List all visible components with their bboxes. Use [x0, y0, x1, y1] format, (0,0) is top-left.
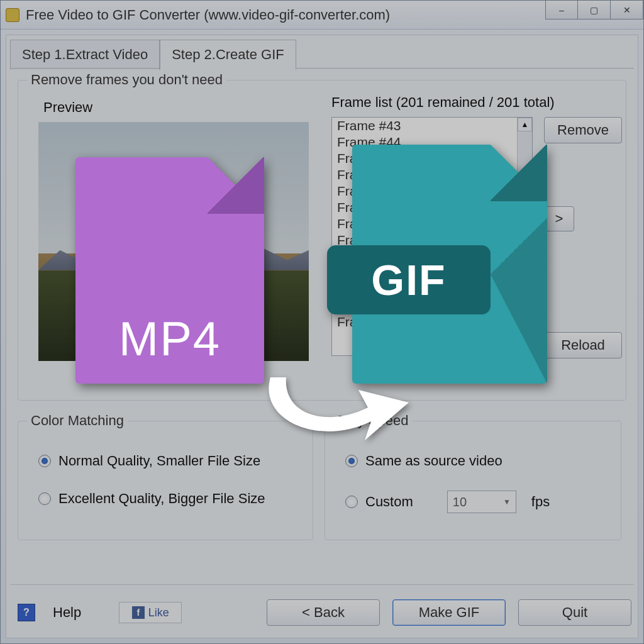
remove-button[interactable]: Remove — [544, 117, 622, 143]
help-icon[interactable]: ? — [18, 604, 35, 621]
group-color-legend: Color Matching — [27, 413, 128, 429]
quit-button[interactable]: Quit — [518, 599, 631, 626]
frame-list-item[interactable]: Frame #47 — [332, 183, 532, 199]
group-color-matching: Color Matching Normal Quality, Smaller F… — [18, 421, 313, 540]
tab-step2[interactable]: Step 2.Create GIF — [160, 40, 296, 70]
frame-list-item[interactable]: Frame #50 — [332, 232, 532, 248]
radio-same-as-source[interactable]: Same as source video — [345, 453, 502, 469]
radio-icon — [38, 492, 51, 505]
facebook-like-button[interactable]: f Like — [119, 602, 182, 623]
frame-list-item[interactable]: Frame #52 — [332, 265, 532, 281]
group-speed-legend: Play Speed — [334, 413, 413, 429]
frame-list-item[interactable]: Frame #46 — [332, 167, 532, 183]
tab-page-step2: Remove frames you don't need Preview Fra… — [10, 68, 634, 581]
frame-list-item[interactable]: Frame #43 — [332, 118, 532, 134]
group-play-speed: Play Speed Same as source video Custom 1… — [325, 421, 621, 540]
frame-list-item[interactable]: Frame #44 — [332, 134, 532, 150]
radio-icon — [345, 496, 358, 508]
frame-list[interactable]: Frame #43Frame #44Frame #45Frame #46Fram… — [331, 117, 533, 356]
framelist-label: Frame list (201 remained / 201 total) — [331, 94, 555, 111]
app-icon — [6, 8, 19, 22]
help-link[interactable]: Help — [53, 604, 81, 621]
next-frame-button[interactable]: > — [544, 206, 574, 231]
scroll-down-icon[interactable]: ▼ — [518, 341, 532, 355]
frame-list-item[interactable]: Frame #53 — [332, 281, 532, 297]
fps-value: 10 — [453, 495, 467, 509]
frame-list-item[interactable]: Frame #55 — [332, 314, 532, 330]
scroll-up-icon[interactable]: ▲ — [518, 118, 532, 131]
radio-icon — [38, 455, 51, 467]
frame-list-item[interactable]: Frame #48 — [332, 199, 532, 216]
frame-list-scrollbar[interactable]: ▲ ▼ — [517, 118, 532, 355]
reload-button[interactable]: Reload — [544, 332, 622, 358]
close-button[interactable]: ✕ — [611, 1, 643, 19]
separator — [10, 584, 634, 585]
make-gif-button[interactable]: Make GIF — [392, 599, 506, 626]
like-label: Like — [148, 606, 169, 619]
frame-list-item[interactable]: Frame #49 — [332, 216, 532, 232]
fps-combo[interactable]: 10 ▼ — [447, 491, 516, 513]
group-remove-legend: Remove frames you don't need — [27, 72, 226, 88]
app-window: Free Video to GIF Converter (www.video-g… — [0, 0, 644, 644]
minimize-button[interactable]: – — [545, 1, 578, 19]
radio-icon — [345, 455, 358, 467]
bottom-bar: ? Help f Like < Back Make GIF Quit — [6, 587, 638, 638]
radio-label: Normal Quality, Smaller File Size — [58, 453, 260, 469]
fps-unit: fps — [531, 494, 550, 510]
maximize-button[interactable]: ▢ — [578, 1, 611, 19]
preview-image — [38, 122, 309, 361]
radio-excellent-quality[interactable]: Excellent Quality, Bigger File Size — [38, 491, 265, 507]
frame-list-item[interactable]: Frame #45 — [332, 150, 532, 167]
radio-normal-quality[interactable]: Normal Quality, Smaller File Size — [38, 453, 260, 469]
window-buttons: – ▢ ✕ — [545, 1, 643, 19]
back-button[interactable]: < Back — [267, 599, 380, 626]
radio-label: Custom — [365, 494, 413, 510]
preview-label: Preview — [43, 99, 92, 116]
tab-step1[interactable]: Step 1.Extract Video — [10, 40, 160, 70]
chevron-down-icon: ▼ — [503, 497, 511, 506]
frame-list-item[interactable]: Frame #54 — [332, 297, 532, 314]
window-title: Free Video to GIF Converter (www.video-g… — [26, 7, 390, 23]
facebook-icon: f — [132, 606, 145, 619]
radio-label: Excellent Quality, Bigger File Size — [58, 491, 265, 507]
tabs: Step 1.Extract Video Step 2.Create GIF — [10, 39, 296, 69]
client-area: Step 1.Extract Video Step 2.Create GIF R… — [6, 35, 638, 638]
group-remove-frames: Remove frames you don't need Preview Fra… — [18, 80, 626, 401]
titlebar: Free Video to GIF Converter (www.video-g… — [1, 1, 643, 30]
radio-custom-fps[interactable]: Custom 10 ▼ fps — [345, 491, 550, 513]
radio-label: Same as source video — [365, 453, 502, 469]
frame-list-item[interactable]: Frame #51 — [332, 248, 532, 265]
